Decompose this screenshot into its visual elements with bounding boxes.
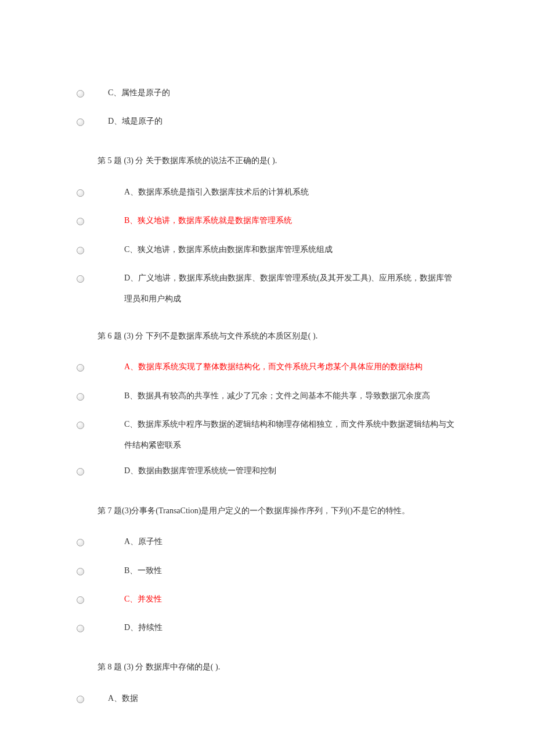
q4-option-d-radio[interactable] [77, 118, 84, 126]
q7-option-a-radio[interactable] [77, 539, 84, 546]
q8-option-a-text: A、数据 [108, 687, 459, 709]
q6-option-d-radio[interactable] [77, 468, 84, 476]
q7-option-b-text: B、一致性 [108, 559, 459, 581]
q5-title: 第 5 题 (3) 分 关于数据库系统的说法不正确的是( ). [98, 152, 459, 170]
q6-option-a-text: A、数据库系统实现了整体数据结构化，而文件系统只考虑某个具体应用的数据结构 [108, 355, 459, 377]
q7-option-d-text: D、持续性 [108, 616, 459, 638]
radio-cell [75, 384, 108, 409]
q4-option-c-text: C、属性是原子的 [108, 81, 459, 103]
q6-option-b-text: B、数据具有较高的共享性，减少了冗余；文件之间基本不能共享，导致数据冗余度高 [108, 384, 459, 406]
radio-cell [75, 559, 108, 584]
q6-option-c-row: C、数据库系统中程序与数据的逻辑结构和物理存储相独立，而文件系统中数据逻辑结构与… [75, 413, 459, 456]
q5-option-d-radio[interactable] [77, 275, 84, 283]
q4-option-c-row: C、属性是原子的 [75, 81, 459, 106]
q8-title: 第 8 题 (3) 分 数据库中存储的是( ). [98, 658, 459, 676]
q5-option-b-radio[interactable] [77, 218, 84, 225]
q7-title: 第 7 题(3)分事务(TransaCtion)是用户定义的一个数据库操作序列，… [98, 502, 459, 520]
radio-cell [75, 588, 108, 613]
q5-option-c-text: C、狭义地讲，数据库系统由数据库和数据库管理系统组成 [108, 238, 459, 260]
q7-option-a-text: A、原子性 [108, 530, 459, 552]
q7-option-b-row: B、一致性 [75, 559, 459, 584]
q4-option-d-text: D、域是原子的 [108, 110, 459, 132]
radio-cell [75, 267, 108, 291]
radio-cell [75, 110, 108, 135]
q5-option-a-radio[interactable] [77, 189, 84, 197]
q4-option-c-radio[interactable] [77, 90, 84, 98]
q5-option-d-row: D、广义地讲，数据库系统由数据库、数据库管理系统(及其开发工具)、应用系统，数据… [75, 267, 459, 310]
radio-cell [75, 687, 108, 712]
radio-cell [75, 238, 108, 263]
q7-option-c-text: C、并发性 [108, 588, 459, 610]
q7-option-c-row: C、并发性 [75, 588, 459, 613]
q7-option-b-radio[interactable] [77, 568, 84, 575]
q6-option-b-radio[interactable] [77, 393, 84, 401]
q5-option-c-radio[interactable] [77, 247, 84, 254]
q6-option-c-radio[interactable] [77, 422, 84, 429]
radio-cell [75, 530, 108, 555]
radio-cell [75, 413, 108, 438]
q8-option-a-radio[interactable] [77, 696, 84, 703]
q5-option-a-row: A、数据库系统是指引入数据库技术后的计算机系统 [75, 181, 459, 206]
q6-option-c-text: C、数据库系统中程序与数据的逻辑结构和物理存储相独立，而文件系统中数据逻辑结构与… [108, 413, 459, 456]
q6-option-d-text: D、数据由数据库管理系统统一管理和控制 [108, 459, 459, 481]
q5-option-b-row: B、狭义地讲，数据库系统就是数据库管理系统 [75, 209, 459, 234]
q5-option-d-text: D、广义地讲，数据库系统由数据库、数据库管理系统(及其开发工具)、应用系统，数据… [108, 267, 459, 310]
q7-option-d-row: D、持续性 [75, 616, 459, 641]
q5-option-c-row: C、狭义地讲，数据库系统由数据库和数据库管理系统组成 [75, 238, 459, 263]
radio-cell [75, 81, 108, 106]
q7-option-c-radio[interactable] [77, 596, 84, 604]
q5-option-a-text: A、数据库系统是指引入数据库技术后的计算机系统 [108, 181, 459, 203]
radio-cell [75, 209, 108, 234]
q6-option-d-row: D、数据由数据库管理系统统一管理和控制 [75, 459, 459, 484]
q7-option-a-row: A、原子性 [75, 530, 459, 555]
q6-option-a-radio[interactable] [77, 364, 84, 372]
q4-option-d-row: D、域是原子的 [75, 110, 459, 135]
q6-title: 第 6 题 (3) 分 下列不是数据库系统与文件系统的本质区别是( ). [98, 327, 459, 345]
q8-option-a-row: A、数据 [75, 687, 459, 712]
radio-cell [75, 616, 108, 641]
q7-option-d-radio[interactable] [77, 625, 84, 632]
radio-cell [75, 459, 108, 484]
radio-cell [75, 181, 108, 206]
q5-option-b-text: B、狭义地讲，数据库系统就是数据库管理系统 [108, 209, 459, 231]
radio-cell [75, 355, 108, 380]
q6-option-b-row: B、数据具有较高的共享性，减少了冗余；文件之间基本不能共享，导致数据冗余度高 [75, 384, 459, 409]
q6-option-a-row: A、数据库系统实现了整体数据结构化，而文件系统只考虑某个具体应用的数据结构 [75, 355, 459, 380]
